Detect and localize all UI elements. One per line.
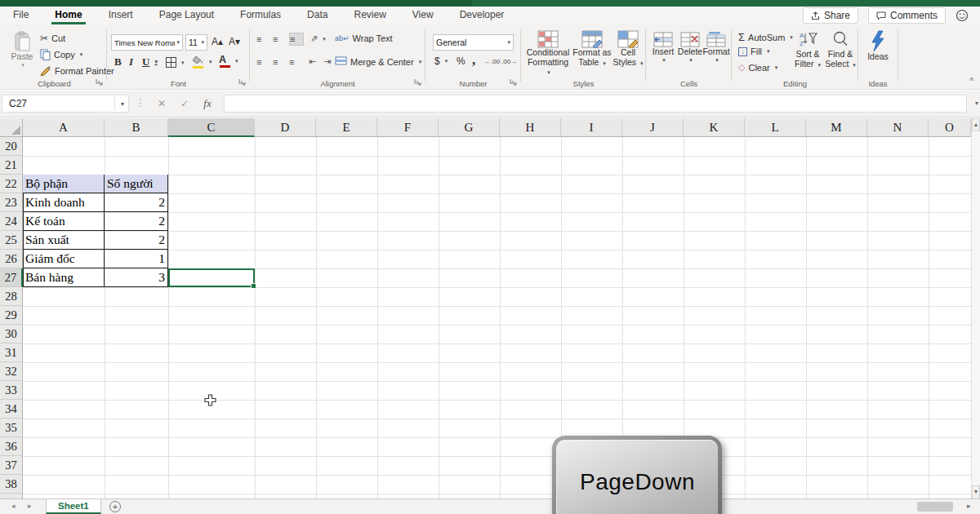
accounting-format-button[interactable]: $▾ bbox=[434, 55, 448, 67]
shrink-font-button[interactable]: A▾ bbox=[229, 36, 240, 47]
grow-font-button[interactable]: A▴ bbox=[212, 36, 223, 47]
column-header-M[interactable]: M bbox=[806, 118, 867, 137]
column-header-I[interactable]: I bbox=[561, 118, 622, 137]
cell[interactable]: 2 bbox=[105, 231, 168, 250]
column-header-C[interactable]: C bbox=[168, 118, 255, 137]
cell[interactable]: Bán hàng bbox=[23, 268, 105, 287]
tab-developer[interactable]: Developer bbox=[457, 7, 508, 24]
next-sheet-button[interactable]: ▸ bbox=[28, 502, 32, 510]
insert-function-button[interactable]: fx bbox=[198, 95, 217, 113]
cell[interactable]: Số người bbox=[105, 175, 168, 193]
number-format-select[interactable]: General▾ bbox=[433, 34, 514, 51]
format-as-table-button[interactable]: Format as Table ▾ bbox=[572, 30, 612, 68]
column-header-D[interactable]: D bbox=[255, 118, 316, 137]
column-header-L[interactable]: L bbox=[745, 118, 806, 137]
underline-button[interactable]: U▾ bbox=[142, 55, 158, 69]
tab-data[interactable]: Data bbox=[304, 7, 331, 24]
sheet-tab-sheet1[interactable]: Sheet1 bbox=[46, 499, 101, 514]
comments-button[interactable]: Comments bbox=[868, 7, 946, 24]
tab-home[interactable]: Home bbox=[51, 7, 85, 24]
tab-page-layout[interactable]: Page Layout bbox=[156, 7, 217, 24]
comma-style-button[interactable]: , bbox=[472, 52, 475, 69]
decrease-decimal-button[interactable]: .00→ bbox=[501, 58, 517, 65]
column-header-A[interactable]: A bbox=[23, 118, 105, 137]
cell[interactable]: Bộ phận bbox=[23, 175, 105, 193]
merge-center-button[interactable]: Merge & Center ▾ bbox=[335, 56, 421, 67]
vertical-scrollbar[interactable]: ▲ ▼ bbox=[971, 118, 980, 498]
font-color-button[interactable]: A ▾ bbox=[219, 54, 238, 68]
cell-styles-button[interactable]: Cell Styles ▾ bbox=[612, 30, 644, 68]
horizontal-scrollbar-thumb[interactable] bbox=[917, 502, 953, 512]
column-header-O[interactable]: O bbox=[929, 118, 971, 137]
cell[interactable]: Kế toán bbox=[23, 212, 105, 231]
select-all-corner[interactable] bbox=[0, 118, 23, 137]
row-header-23[interactable]: 23 bbox=[0, 193, 23, 212]
cancel-button[interactable]: ✕ bbox=[152, 95, 172, 113]
borders-button[interactable]: ▾ bbox=[166, 57, 185, 68]
column-header-K[interactable]: K bbox=[684, 118, 745, 137]
cell[interactable]: 2 bbox=[105, 193, 168, 212]
row-header-26[interactable]: 26 bbox=[0, 250, 23, 268]
share-button[interactable]: Share bbox=[803, 7, 858, 24]
row-header-28[interactable]: 28 bbox=[0, 287, 23, 306]
tab-formulas[interactable]: Formulas bbox=[237, 7, 284, 24]
top-align-button[interactable]: ≡ bbox=[256, 33, 271, 46]
font-family-select[interactable]: Times New Roman▾ bbox=[111, 34, 183, 51]
wrap-text-button[interactable]: ab↵ Wrap Text bbox=[335, 33, 393, 43]
tab-review[interactable]: Review bbox=[350, 7, 389, 24]
row-header-24[interactable]: 24 bbox=[0, 212, 23, 231]
row-header-21[interactable]: 21 bbox=[0, 156, 23, 175]
tab-file[interactable]: File bbox=[10, 7, 32, 24]
fill-handle[interactable] bbox=[251, 283, 256, 289]
autosum-button[interactable]: Σ AutoSum ▾ bbox=[738, 31, 793, 43]
cell[interactable]: 3 bbox=[105, 268, 168, 287]
cell[interactable]: Giám đốc bbox=[23, 250, 105, 268]
prev-sheet-button[interactable]: ◂ bbox=[11, 502, 16, 510]
insert-cells-button[interactable]: Insert ▾ bbox=[651, 32, 675, 64]
format-painter-button[interactable]: Format Painter bbox=[40, 65, 114, 76]
column-header-E[interactable]: E bbox=[316, 118, 377, 137]
row-header-22[interactable]: 22 bbox=[0, 175, 23, 193]
name-box-dropdown[interactable]: ▾ bbox=[117, 100, 128, 108]
row-header-34[interactable]: 34 bbox=[0, 400, 23, 419]
bottom-align-button[interactable]: ≡ bbox=[289, 33, 304, 46]
column-header-N[interactable]: N bbox=[867, 118, 929, 137]
format-cells-button[interactable]: Format ▾ bbox=[704, 32, 728, 64]
formula-bar-expand-icon[interactable]: ▾ bbox=[975, 100, 978, 107]
fill-color-button[interactable]: ▾ bbox=[192, 55, 212, 69]
row-header-27[interactable]: 27 bbox=[0, 268, 23, 287]
column-header-F[interactable]: F bbox=[377, 118, 439, 137]
row-header-20[interactable]: 20 bbox=[0, 137, 23, 156]
scroll-down-button[interactable]: ▼ bbox=[972, 485, 980, 498]
feedback-smiley-icon[interactable] bbox=[956, 9, 969, 22]
column-header-H[interactable]: H bbox=[500, 118, 561, 137]
formula-bar-grip[interactable]: ⋮ bbox=[136, 97, 145, 109]
name-box[interactable]: C27 ▾ bbox=[2, 95, 129, 113]
align-right-button[interactable]: ≡ bbox=[289, 55, 304, 69]
conditional-formatting-button[interactable]: Conditional Formatting ▾ bbox=[525, 30, 571, 78]
row-header-30[interactable]: 30 bbox=[0, 325, 23, 343]
collapse-ribbon-button[interactable]: ^ bbox=[969, 77, 973, 86]
column-header-B[interactable]: B bbox=[105, 118, 168, 137]
row-header-37[interactable]: 37 bbox=[0, 456, 23, 475]
paste-dropdown[interactable]: ▾ bbox=[21, 62, 24, 69]
scroll-right-button[interactable]: ▸ bbox=[967, 502, 971, 510]
row-header-35[interactable]: 35 bbox=[0, 419, 23, 437]
row-header-31[interactable]: 31 bbox=[0, 343, 23, 362]
cell[interactable]: 2 bbox=[105, 212, 168, 231]
row-header-29[interactable]: 29 bbox=[0, 306, 23, 325]
orientation-button[interactable]: ⇗▾ bbox=[310, 33, 326, 44]
center-button[interactable]: ≡ bbox=[273, 55, 287, 69]
paste-button[interactable]: Paste ▾ bbox=[7, 31, 38, 69]
sort-filter-button[interactable]: AZ Sort & Filter ▾ bbox=[791, 30, 825, 69]
find-select-button[interactable]: Find & Select ▾ bbox=[825, 30, 856, 69]
decrease-indent-button[interactable]: ⇤ bbox=[309, 56, 316, 67]
middle-align-button[interactable]: ≡ bbox=[273, 33, 287, 46]
increase-indent-button[interactable]: ⇥ bbox=[323, 56, 331, 67]
row-header-32[interactable]: 32 bbox=[0, 362, 23, 381]
align-left-button[interactable]: ≡ bbox=[256, 55, 271, 69]
row-header-38[interactable]: 38 bbox=[0, 475, 23, 494]
enter-button[interactable]: ✓ bbox=[175, 95, 194, 113]
fill-button[interactable]: ↓ Fill ▾ bbox=[738, 47, 770, 56]
font-size-select[interactable]: 11▾ bbox=[185, 34, 207, 51]
